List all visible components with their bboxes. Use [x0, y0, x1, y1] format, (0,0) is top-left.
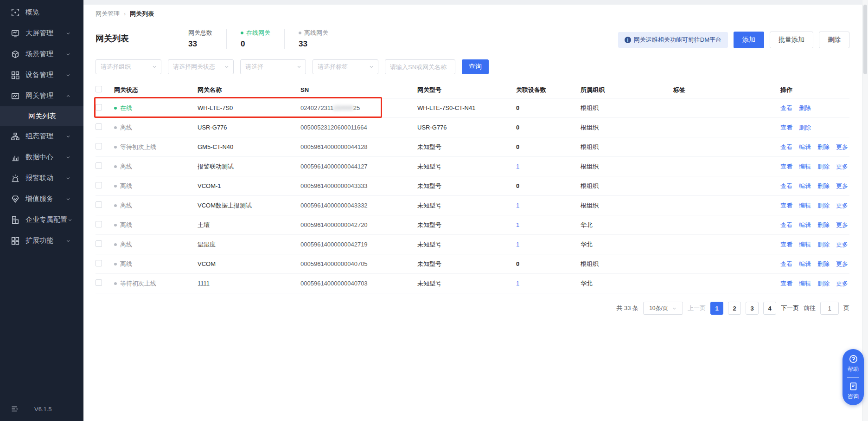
batch-add-button[interactable]: 批量添加	[770, 32, 813, 48]
delete-link[interactable]: 删除	[817, 163, 830, 170]
sidebar-item-label: 组态管理	[26, 132, 65, 141]
edit-link[interactable]: 编辑	[799, 182, 811, 189]
more-link[interactable]: 更多	[836, 143, 848, 150]
linked-device-count[interactable]: 1	[516, 280, 519, 287]
more-link[interactable]: 更多	[836, 163, 848, 170]
row-checkbox[interactable]	[96, 162, 102, 169]
delete-link[interactable]: 删除	[817, 143, 830, 150]
sidebar-item-gateway[interactable]: 网关管理	[0, 85, 83, 106]
delete-link[interactable]: 删除	[817, 202, 830, 209]
linked-device-count[interactable]: 1	[516, 202, 519, 209]
delete-link[interactable]: 删除	[817, 182, 830, 189]
row-checkbox[interactable]	[96, 221, 102, 227]
delete-link[interactable]: 删除	[817, 221, 830, 228]
row-checkbox[interactable]	[96, 123, 102, 130]
sidebar-item-scada[interactable]: 组态管理	[0, 126, 83, 147]
view-link[interactable]: 查看	[780, 280, 792, 287]
gateway-status-select[interactable]: 请选择网关状态	[168, 59, 234, 74]
page-number-1[interactable]: 1	[710, 302, 723, 315]
more-link[interactable]: 更多	[836, 202, 848, 209]
delete-button[interactable]: 删除	[819, 32, 849, 48]
sidebar-item-enterprise[interactable]: 企业专属配置	[0, 209, 83, 230]
sidebar-item-screen[interactable]: 大屏管理	[0, 23, 83, 44]
more-link[interactable]: 更多	[836, 221, 848, 228]
linked-device-count[interactable]: 1	[516, 163, 519, 170]
scrollbar-thumb[interactable]	[863, 5, 867, 74]
view-link[interactable]: 查看	[780, 202, 792, 209]
more-link[interactable]: 更多	[836, 241, 848, 248]
page-header: 网关列表 网关总数 33 在线网关 0 离线网关 33	[96, 29, 849, 52]
page-size-select[interactable]: 10条/页	[643, 302, 683, 315]
row-checkbox[interactable]	[96, 182, 102, 188]
row-checkbox[interactable]	[96, 143, 102, 149]
edit-link[interactable]: 编辑	[799, 280, 811, 287]
status-badge: 离线	[114, 240, 198, 249]
query-button[interactable]: 查询	[462, 59, 489, 74]
delete-link[interactable]: 删除	[799, 104, 811, 111]
gateway-name: WH-LTE-7S0	[198, 104, 300, 111]
view-link[interactable]: 查看	[780, 260, 792, 267]
sidebar-item-vas[interactable]: 增值服务	[0, 188, 83, 209]
row-checkbox[interactable]	[96, 279, 102, 286]
linked-device-count[interactable]: 1	[516, 221, 519, 228]
edit-link[interactable]: 编辑	[799, 241, 811, 248]
tag-select-placeholder: 请选择标签	[318, 63, 369, 71]
view-link[interactable]: 查看	[780, 221, 792, 228]
goto-page-input[interactable]	[820, 302, 839, 315]
delete-link[interactable]: 删除	[817, 260, 830, 267]
org-select[interactable]: 请选择组织	[96, 59, 161, 74]
prev-page-button[interactable]: 上一页	[688, 304, 706, 312]
edit-link[interactable]: 编辑	[799, 143, 811, 150]
more-link[interactable]: 更多	[836, 260, 848, 267]
row-checkbox[interactable]	[96, 260, 102, 266]
view-link[interactable]: 查看	[780, 163, 792, 170]
page-number-2[interactable]: 2	[728, 302, 741, 315]
sidebar-item-scene[interactable]: 场景管理	[0, 44, 83, 65]
view-link[interactable]: 查看	[780, 124, 792, 131]
float-widget: 帮助 咨询	[842, 349, 864, 405]
row-checkbox[interactable]	[96, 104, 102, 110]
gateway-model: 未知型号	[417, 143, 516, 151]
row-checkbox[interactable]	[96, 201, 102, 208]
add-button[interactable]: 添加	[734, 32, 764, 48]
breadcrumb-item-gateway-management[interactable]: 网关管理	[96, 10, 120, 18]
linked-device-count[interactable]: 1	[516, 241, 519, 248]
view-link[interactable]: 查看	[780, 241, 792, 248]
status-badge: 离线	[114, 221, 198, 229]
edit-link[interactable]: 编辑	[799, 163, 811, 170]
column-header: 所属组织	[581, 86, 673, 94]
linked-device-count: 0	[516, 143, 519, 150]
gateway-model: 未知型号	[417, 162, 516, 171]
sidebar-item-alarm[interactable]: 报警联动	[0, 168, 83, 188]
sidebar-subitem-gateway-list[interactable]: 网关列表	[0, 106, 83, 126]
delete-link[interactable]: 删除	[817, 241, 830, 248]
delete-link[interactable]: 删除	[817, 280, 830, 287]
sn-search-input[interactable]	[385, 59, 455, 74]
sidebar-item-data[interactable]: 数据中心	[0, 147, 83, 168]
view-link[interactable]: 查看	[780, 104, 792, 111]
delete-link[interactable]: 删除	[799, 124, 811, 131]
tag-select[interactable]: 请选择标签	[313, 59, 378, 74]
page-unit-label: 页	[843, 304, 849, 312]
page-number-4[interactable]: 4	[763, 302, 776, 315]
edit-link[interactable]: 编辑	[799, 202, 811, 209]
help-button[interactable]: 帮助	[848, 355, 859, 373]
row-actions: 查看编辑删除更多	[780, 162, 849, 171]
collapse-sidebar-icon[interactable]	[11, 405, 19, 413]
next-page-button[interactable]: 下一页	[781, 304, 799, 312]
more-link[interactable]: 更多	[836, 280, 848, 287]
model-select[interactable]: 请选择	[240, 59, 306, 74]
sidebar-item-device[interactable]: 设备管理	[0, 65, 83, 85]
more-link[interactable]: 更多	[836, 182, 848, 189]
sidebar-item-extension[interactable]: 扩展功能	[0, 230, 83, 251]
view-link[interactable]: 查看	[780, 143, 792, 150]
stat-online-value: 0	[241, 39, 270, 49]
edit-link[interactable]: 编辑	[799, 260, 811, 267]
select-all-checkbox[interactable]	[96, 86, 102, 92]
sidebar-item-overview[interactable]: 概览	[0, 2, 83, 23]
consult-button[interactable]: 咨询	[848, 382, 859, 401]
view-link[interactable]: 查看	[780, 182, 792, 189]
page-number-3[interactable]: 3	[746, 302, 759, 315]
edit-link[interactable]: 编辑	[799, 221, 811, 228]
row-checkbox[interactable]	[96, 240, 102, 247]
